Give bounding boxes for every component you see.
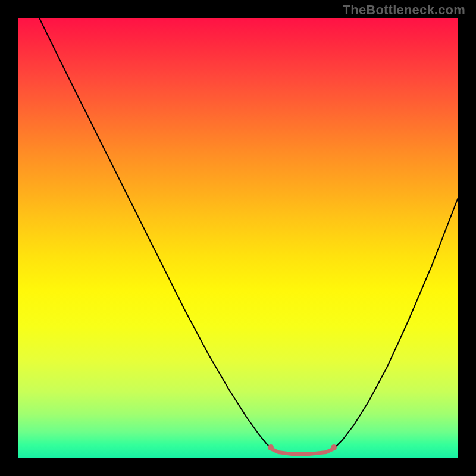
flat-segment-path <box>271 449 334 454</box>
watermark-text: TheBottleneck.com <box>343 2 465 18</box>
main-curve-path <box>39 18 271 447</box>
curve-svg <box>18 18 458 458</box>
plot-area <box>18 18 458 458</box>
rising-curve-path <box>334 198 458 449</box>
flat-endpoint-right <box>331 444 337 450</box>
flat-endpoint-left <box>268 444 274 450</box>
chart-frame: TheBottleneck.com <box>0 0 476 476</box>
